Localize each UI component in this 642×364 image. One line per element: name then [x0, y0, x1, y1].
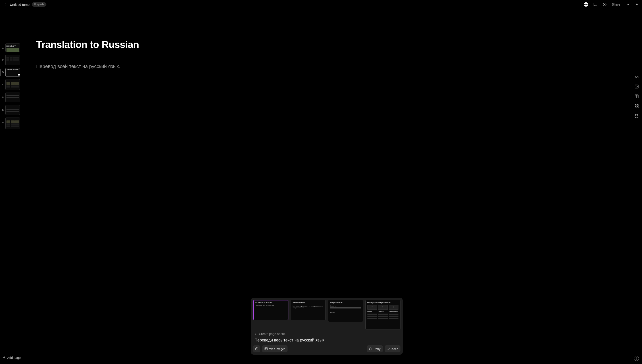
- page-thumb-number: 6: [2, 108, 4, 111]
- page-thumb-number: 5: [2, 96, 4, 99]
- popup-actions: Web images Retry Keep: [253, 345, 401, 352]
- svg-point-21: [637, 115, 637, 115]
- editing-avatar: MM: [17, 74, 20, 76]
- svg-rect-17: [635, 106, 636, 108]
- svg-point-1: [604, 4, 605, 5]
- page-thumb-7[interactable]: 7: [0, 118, 22, 129]
- image-tool-icon[interactable]: [634, 84, 639, 89]
- page-thumb-6[interactable]: 6: [0, 105, 22, 115]
- svg-rect-18: [637, 106, 638, 108]
- share-button[interactable]: Share: [612, 3, 620, 6]
- retry-button[interactable]: Retry: [367, 345, 383, 352]
- clock-icon: [255, 347, 258, 350]
- svg-point-20: [636, 115, 637, 115]
- image-icon: [264, 347, 268, 350]
- svg-rect-15: [635, 104, 636, 106]
- page-thumb-2[interactable]: 2: [0, 55, 22, 65]
- table-tool-icon[interactable]: [634, 94, 639, 99]
- tool-rail: Aa: [631, 9, 642, 364]
- placeholder-image-icon: ⟳: [368, 305, 377, 310]
- back-button[interactable]: [3, 2, 8, 7]
- svg-point-19: [635, 116, 636, 116]
- play-icon[interactable]: [634, 2, 639, 7]
- page-thumb-number: 4: [2, 83, 4, 86]
- keep-button[interactable]: Keep: [385, 345, 401, 352]
- page-thumb-number: 2: [2, 59, 4, 61]
- check-icon: [387, 347, 390, 350]
- ai-variant-3[interactable]: Импрессионизм Описание Техники: [328, 300, 363, 322]
- page-thumb-number: 7: [2, 122, 4, 125]
- svg-point-8: [265, 348, 266, 348]
- text-tool-icon[interactable]: Aa: [634, 74, 639, 80]
- svg-point-10: [636, 86, 636, 86]
- slide-title[interactable]: Translation to Russian: [36, 39, 139, 50]
- upgrade-button[interactable]: Upgrade: [32, 2, 47, 7]
- theme-tool-icon[interactable]: [634, 113, 639, 119]
- ai-variant-row: Translation to Russian Перевод всей текс…: [253, 300, 401, 330]
- page-thumb-number: 1: [2, 46, 4, 49]
- svg-point-4: [628, 4, 628, 5]
- svg-point-3: [627, 4, 627, 5]
- ai-variant-2[interactable]: Импрессионизм Ключевые художники и их вк…: [291, 300, 326, 320]
- breadcrumb-label: Create page about...: [259, 332, 287, 336]
- header: Untitled tome Upgrade MM Share: [0, 0, 642, 9]
- tome-title: Untitled tome: [10, 3, 30, 6]
- history-button[interactable]: [253, 345, 260, 352]
- help-button[interactable]: ?: [634, 356, 639, 361]
- plus-icon: +: [3, 355, 6, 360]
- comments-icon[interactable]: [593, 2, 597, 7]
- ai-variant-1[interactable]: Translation to Russian Перевод всей текс…: [253, 300, 288, 320]
- avatar[interactable]: MM: [584, 2, 588, 7]
- svg-point-2: [626, 4, 626, 5]
- svg-marker-5: [636, 3, 638, 6]
- keep-label: Keep: [392, 347, 398, 350]
- page-thumb-5[interactable]: 5: [0, 92, 22, 102]
- page-thumb-1[interactable]: 1 Exploring French Impressionism: [0, 44, 22, 52]
- refresh-icon: [369, 347, 372, 350]
- ai-popup: Translation to Russian Перевод всей текс…: [251, 298, 403, 355]
- more-icon[interactable]: [625, 2, 629, 7]
- record-icon[interactable]: [602, 2, 607, 7]
- page-thumb-number: 3: [2, 71, 4, 74]
- slide[interactable]: Translation to Russian Перевод всей текс…: [36, 39, 139, 69]
- placeholder-image-icon: ⟳: [378, 305, 388, 310]
- ai-prompt-input[interactable]: Переведи весь текст на русский язык: [254, 338, 400, 342]
- shapes-tool-icon[interactable]: [634, 104, 639, 109]
- popup-breadcrumb: Create page about...: [254, 332, 400, 336]
- page-thumbnails-sidebar: 1 Exploring French Impressionism 2 3 Tra…: [0, 9, 22, 364]
- canvas: Translation to Russian Перевод всей текс…: [22, 9, 631, 364]
- add-page-button[interactable]: + Add page: [3, 355, 21, 360]
- retry-label: Retry: [374, 347, 381, 350]
- svg-rect-16: [637, 104, 638, 106]
- web-images-label: Web images: [269, 347, 285, 350]
- page-thumb-4[interactable]: 4: [0, 79, 22, 90]
- web-images-button[interactable]: Web images: [262, 345, 287, 352]
- ai-variant-4[interactable]: Французский Импрессионизм ⟳ ⟳ ⟳ История …: [366, 300, 401, 330]
- slide-body[interactable]: Перевод всей текст на русский язык.: [36, 64, 139, 69]
- breadcrumb-back-icon[interactable]: [254, 332, 257, 336]
- page-thumb-3[interactable]: 3 Translation to Russian MM: [0, 68, 22, 76]
- add-page-label: Add page: [7, 356, 21, 360]
- placeholder-image-icon: ⟳: [389, 305, 399, 310]
